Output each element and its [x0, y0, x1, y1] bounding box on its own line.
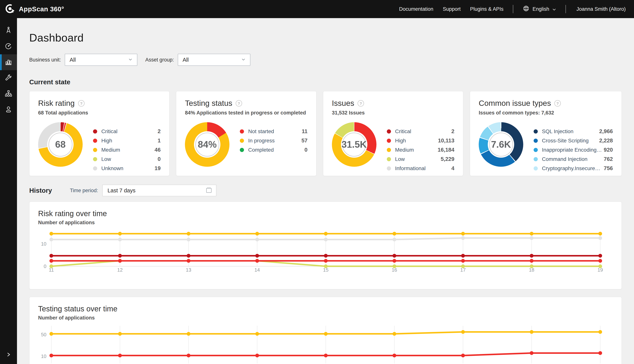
legend-color-dot-icon — [93, 130, 97, 134]
series-point — [324, 254, 328, 258]
series-point — [324, 264, 328, 268]
series-point — [255, 254, 259, 258]
chevron-right-icon — [5, 351, 12, 359]
series-point — [461, 232, 465, 236]
legend-label: In progress — [248, 138, 299, 144]
legend-value: 1 — [158, 138, 161, 144]
sidebar-item-asset-groups[interactable] — [0, 86, 17, 102]
legend-label: SQL Injection — [542, 128, 597, 134]
series-point — [324, 332, 328, 336]
language-label: English — [532, 6, 549, 12]
time-period-label: Time period: — [70, 188, 98, 194]
legend-value: 11 — [302, 128, 308, 134]
series-point — [598, 236, 602, 240]
donut-center-value: 84% — [198, 139, 217, 150]
issues-legend: Critical2High10,113Medium16,184Low5,229I… — [387, 122, 454, 173]
legend-row: In progress57 — [240, 136, 307, 145]
issues-card: Issues ? 31,532 Issues 31.5K Critical2Hi… — [323, 91, 463, 176]
sidebar-item-users[interactable] — [0, 102, 17, 118]
svg-text:?: ? — [360, 101, 362, 106]
current-state-cards: Risk rating ? 68 Total applications 68 C… — [29, 91, 622, 176]
app-title: AppScan 360° — [19, 5, 64, 13]
y-axis-label: 10 — [41, 354, 47, 359]
current-state-heading: Current state — [29, 78, 622, 86]
series-point — [530, 330, 533, 334]
legend-row: Informational4 — [387, 164, 454, 173]
nav-support[interactable]: Support — [443, 6, 461, 12]
series-point — [598, 264, 602, 268]
legend-label: Low — [395, 156, 439, 162]
card-subtitle: Issues of common types: 7,632 — [479, 110, 613, 116]
help-icon[interactable]: ? — [554, 100, 561, 107]
testing-status-legend: Not started11In progress57Completed0 — [240, 122, 307, 167]
risk-rating-line-chart: 111213141516171819100 — [38, 230, 613, 273]
legend-color-dot-icon — [93, 166, 97, 170]
donut-center-value: 68 — [55, 139, 66, 150]
legend-label: Not started — [248, 128, 300, 134]
legend-row: Unknown19 — [93, 164, 161, 173]
card-title: Risk rating — [38, 99, 75, 108]
sidebar-item-settings[interactable] — [0, 70, 17, 86]
series-point — [461, 236, 465, 240]
legend-label: Inappropriate Encoding… — [542, 147, 602, 153]
legend-value: 2 — [451, 128, 454, 134]
legend-color-dot-icon — [240, 148, 244, 152]
legend-color-dot-icon — [387, 130, 391, 134]
legend-color-dot-icon — [387, 166, 391, 170]
business-unit-select[interactable]: All — [65, 54, 137, 66]
series-point — [118, 232, 122, 236]
legend-row: Low5,229 — [387, 154, 454, 164]
risk-rating-legend: Critical2High1Medium46Low0Unknown19 — [93, 122, 161, 173]
y-axis-label: 50 — [41, 332, 47, 338]
series-point — [392, 332, 396, 336]
series-point — [461, 264, 465, 268]
help-icon[interactable]: ? — [357, 100, 364, 107]
header-divider — [513, 5, 513, 13]
chart-y-axis-title: Number of applications — [38, 315, 613, 321]
user-menu[interactable]: Joanna Smith (Altoro) — [576, 6, 626, 12]
sidebar-item-dashboard[interactable] — [0, 54, 17, 70]
appscan-logo-icon — [5, 4, 15, 14]
testing-status-card: Testing status ? 84% Applications tested… — [176, 91, 316, 176]
legend-color-dot-icon — [534, 148, 538, 152]
sidebar-item-scans[interactable] — [0, 38, 17, 54]
bar-chart-icon — [5, 58, 13, 66]
chart-y-axis-title: Number of applications — [38, 220, 613, 226]
language-selector[interactable]: English — [523, 5, 556, 13]
series-point — [118, 238, 122, 242]
svg-text:?: ? — [80, 101, 83, 106]
card-title: Issues — [332, 99, 354, 108]
series-point — [255, 332, 259, 336]
series-point — [187, 232, 190, 236]
history-heading: History — [29, 187, 52, 194]
help-icon[interactable]: ? — [78, 100, 85, 107]
legend-value: 19 — [155, 165, 161, 172]
legend-value: 57 — [301, 138, 307, 144]
chevron-down-icon — [128, 58, 133, 62]
nav-plugins-apis[interactable]: Plugins & APIs — [470, 6, 503, 12]
series-point — [530, 232, 533, 236]
sidebar-item-applications[interactable] — [0, 23, 17, 38]
series-point — [392, 238, 396, 242]
legend-label: Cross-Site Scripting — [542, 138, 597, 144]
chart-title: Risk rating over time — [38, 209, 613, 218]
help-icon[interactable]: ? — [235, 100, 242, 107]
series-point — [461, 330, 465, 334]
legend-color-dot-icon — [93, 148, 97, 152]
nav-documentation[interactable]: Documentation — [399, 6, 433, 12]
series-point — [50, 232, 53, 236]
common-issue-types-legend: SQL Injection2,966Cross-Site Scripting2,… — [534, 122, 613, 173]
series-point — [530, 254, 533, 258]
series-point — [50, 259, 53, 263]
legend-label: Completed — [248, 147, 302, 153]
legend-value: 16,184 — [438, 147, 454, 153]
asset-group-select[interactable]: All — [178, 54, 250, 66]
testing-status-over-time-card: Testing status over time Number of appli… — [29, 297, 622, 364]
legend-color-dot-icon — [534, 157, 538, 161]
card-subtitle: 31,532 Issues — [332, 110, 454, 116]
time-period-input[interactable]: Last 7 days — [102, 185, 216, 196]
sidebar-expand-button[interactable] — [0, 351, 17, 359]
legend-color-dot-icon — [240, 130, 244, 134]
asset-group-label: Asset group: — [145, 57, 174, 63]
series-point — [50, 332, 53, 336]
